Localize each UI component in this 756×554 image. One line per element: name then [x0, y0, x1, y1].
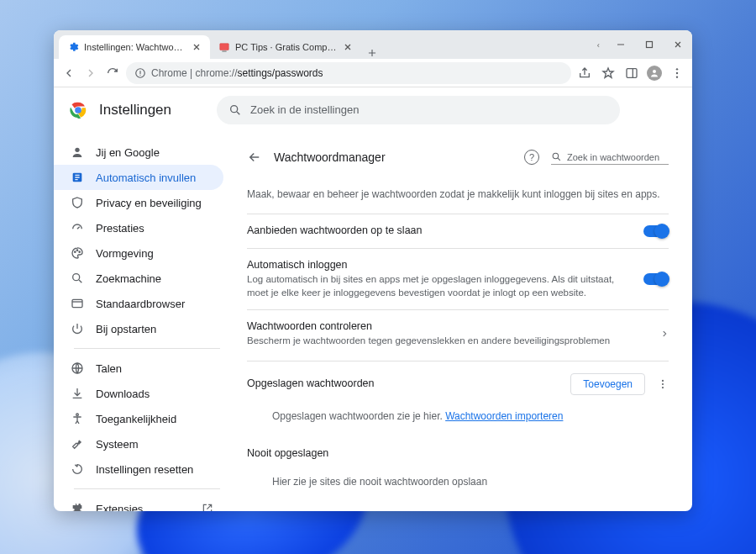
chrome-logo-icon: [69, 101, 87, 119]
sidebar-item-search-engine[interactable]: Zoekmachine: [54, 266, 223, 291]
site-info-icon[interactable]: [134, 67, 146, 79]
search-icon: [551, 151, 562, 162]
address-bar[interactable]: Chrome | chrome://settings/passwords: [126, 62, 571, 84]
close-button[interactable]: [664, 30, 692, 59]
never-saved-empty: Hier zie je sites die nooit wachtwoorden…: [247, 469, 669, 501]
svg-point-6: [676, 68, 678, 70]
accessibility-icon: [71, 412, 84, 425]
close-icon[interactable]: [343, 42, 353, 52]
browser-toolbar: Chrome | chrome://settings/passwords: [54, 59, 692, 87]
tab-label: PC Tips · Gratis Computer Tips.: [235, 42, 338, 52]
svg-point-15: [75, 251, 76, 252]
sidebar-item-autofill[interactable]: Automatisch invullen: [54, 165, 223, 190]
svg-point-18: [73, 274, 80, 281]
section-title: Opgeslagen wachtwoorden: [247, 377, 570, 389]
sidepanel-icon[interactable]: [623, 65, 640, 82]
extension-icon: [71, 502, 84, 511]
titlebar: Instellingen: Wachtwoordmanag PC Tips · …: [54, 30, 692, 59]
svg-point-21: [76, 414, 79, 416]
svg-point-16: [76, 250, 77, 251]
sidebar-item-label: Automatisch invullen: [96, 171, 196, 184]
back-arrow-icon[interactable]: [247, 150, 262, 165]
row-check-passwords[interactable]: Wachtwoorden controleren Bescherm je wac…: [247, 309, 669, 357]
sidebar-item-label: Prestaties: [96, 222, 144, 235]
sidebar-item-accessibility[interactable]: Toegankelijkheid: [54, 406, 223, 431]
sidebar-item-label: Talen: [96, 362, 122, 375]
svg-rect-19: [72, 299, 82, 307]
settings-sidebar: Jij en Google Automatisch invullen Priva…: [54, 133, 230, 511]
maximize-button[interactable]: [635, 30, 664, 59]
svg-point-25: [662, 380, 664, 382]
reload-button[interactable]: [104, 65, 121, 82]
empty-prefix: Opgeslagen wachtwoorden zie je hier.: [272, 410, 445, 422]
sidebar-item-you-and-google[interactable]: Jij en Google: [54, 140, 223, 165]
saved-passwords-empty: Opgeslagen wachtwoorden zie je hier. Wac…: [247, 404, 669, 435]
sidebar-item-startup[interactable]: Bij opstarten: [54, 316, 223, 341]
sidebar-item-label: Instellingen resetten: [96, 463, 193, 476]
svg-point-17: [79, 251, 80, 252]
profile-avatar[interactable]: [647, 66, 662, 81]
svg-point-13: [75, 148, 79, 152]
reset-icon: [71, 462, 84, 476]
chevron-down-icon[interactable]: ⌄: [596, 41, 605, 48]
svg-point-5: [653, 70, 656, 73]
new-tab-button[interactable]: [361, 47, 383, 59]
sidebar-item-reset[interactable]: Instellingen resetten: [54, 456, 223, 482]
sidebar-item-label: Vormgeving: [96, 247, 154, 260]
saved-passwords-header: Opgeslagen wachtwoorden Toevoegen: [247, 361, 669, 404]
browser-icon: [71, 297, 84, 310]
toggle-auto-signin[interactable]: [643, 273, 669, 285]
forward-button[interactable]: [82, 65, 99, 82]
sidebar-item-performance[interactable]: Prestaties: [54, 215, 223, 240]
svg-rect-2: [647, 42, 653, 48]
sidebar-item-downloads[interactable]: Downloads: [54, 381, 223, 406]
sidebar-item-privacy[interactable]: Privacy en beveiliging: [54, 190, 223, 215]
menu-icon[interactable]: [669, 65, 685, 82]
sidebar-item-languages[interactable]: Talen: [54, 356, 223, 381]
sidebar-item-appearance[interactable]: Vormgeving: [54, 240, 223, 266]
svg-point-26: [662, 383, 664, 385]
share-icon[interactable]: [576, 65, 593, 82]
help-icon[interactable]: ?: [524, 150, 539, 165]
divider: [74, 348, 220, 349]
tab-label: Instellingen: Wachtwoordmanag: [84, 42, 186, 52]
password-search[interactable]: Zoek in wachtwoorden: [551, 150, 669, 165]
bookmark-icon[interactable]: [600, 65, 617, 82]
gear-icon: [67, 41, 79, 53]
svg-point-27: [662, 387, 664, 388]
browser-window: Instellingen: Wachtwoordmanag PC Tips · …: [54, 30, 692, 511]
svg-rect-4: [627, 68, 637, 77]
row-auto-signin: Automatisch inloggen Log automatisch in …: [247, 248, 669, 309]
person-icon: [71, 145, 84, 159]
wrench-icon: [71, 437, 84, 451]
sidebar-item-label: Zoekmachine: [96, 272, 161, 285]
speedometer-icon: [71, 221, 84, 235]
content-header: Wachtwoordmanager ? Zoek in wachtwoorden: [247, 141, 669, 173]
row-desc: Bescherm je wachtwoorden tegen gegevensl…: [247, 334, 647, 347]
settings-search[interactable]: Zoek in de instellingen: [217, 96, 620, 124]
row-title: Automatisch inloggen: [247, 259, 630, 271]
sidebar-item-label: Systeem: [96, 438, 139, 451]
sidebar-item-label: Downloads: [96, 388, 150, 400]
sidebar-item-default-browser[interactable]: Standaardbrowser: [54, 291, 223, 316]
autofill-icon: [71, 171, 84, 184]
add-password-button[interactable]: Toevoegen: [570, 373, 645, 395]
minimize-button[interactable]: [606, 30, 635, 59]
toggle-offer-save[interactable]: [643, 225, 669, 237]
sidebar-item-label: Privacy en beveiliging: [96, 197, 202, 209]
sidebar-item-system[interactable]: Systeem: [54, 431, 223, 456]
import-passwords-link[interactable]: Wachtwoorden importeren: [445, 410, 563, 422]
tab-settings[interactable]: Instellingen: Wachtwoordmanag: [59, 35, 210, 59]
svg-rect-0: [220, 44, 229, 50]
row-desc: Log automatisch in bij sites en apps met…: [247, 272, 630, 299]
more-icon[interactable]: [657, 378, 669, 390]
settings-content: Wachtwoordmanager ? Zoek in wachtwoorden…: [230, 133, 692, 511]
svg-point-8: [676, 76, 678, 77]
tab-pctips[interactable]: PC Tips · Gratis Computer Tips.: [210, 35, 361, 59]
power-icon: [71, 322, 84, 335]
globe-icon: [71, 361, 84, 375]
back-button[interactable]: [60, 65, 77, 82]
close-icon[interactable]: [192, 42, 202, 52]
sidebar-item-extensions[interactable]: Extensies: [54, 496, 223, 511]
window-controls: ⌄: [596, 30, 692, 59]
